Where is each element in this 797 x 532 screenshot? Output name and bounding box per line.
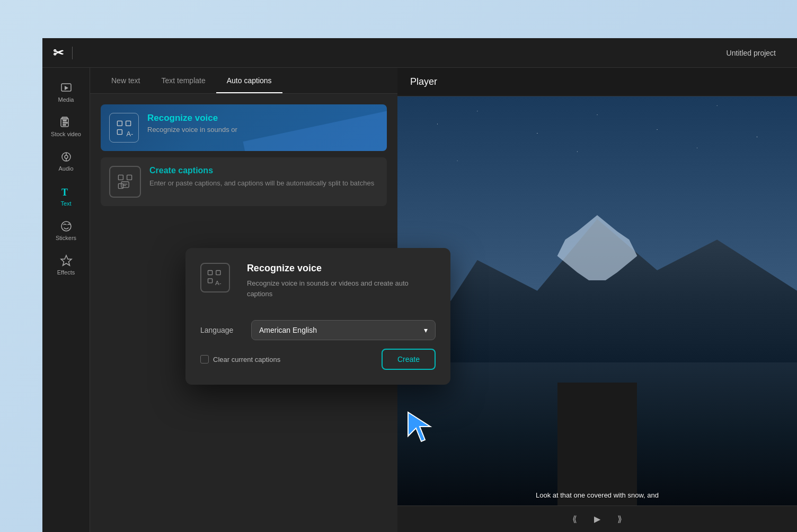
play-button[interactable]: ▶ <box>591 511 604 527</box>
create-captions-title: Create captions <box>149 166 374 175</box>
svg-rect-26 <box>216 271 220 275</box>
dialog-icon: A- <box>200 263 230 292</box>
app-logo: ✂ <box>53 46 64 60</box>
player-title: Player <box>397 68 797 96</box>
language-label: Language <box>200 326 243 334</box>
create-captions-icon <box>109 166 141 198</box>
svg-text:A-: A- <box>127 130 134 137</box>
svg-rect-24 <box>208 271 212 275</box>
video-scene: Look at that one covered with snow, and <box>397 96 797 506</box>
tab-new-text[interactable]: New text <box>101 68 150 93</box>
sidebar-item-text[interactable]: T Text <box>45 180 87 212</box>
recognize-voice-title-bg: Recognize voice <box>147 113 237 123</box>
content-area: Media Stock video <box>42 68 797 532</box>
sidebar-text-label: Text <box>60 200 71 207</box>
sidebar-audio-label: Audio <box>58 165 73 172</box>
language-row: Language American English ▾ <box>200 320 436 340</box>
create-captions-desc: Enter or paste captions, and captions wi… <box>149 179 374 188</box>
recognize-voice-card-bg[interactable]: A- Recognize voice Recognize voice in so… <box>101 104 387 151</box>
player-area: Player Look at that one covered with sno… <box>397 68 797 532</box>
svg-marker-1 <box>65 86 68 90</box>
svg-marker-13 <box>61 255 72 265</box>
recognize-voice-dialog: A- Recognize voice Recognize voice in so… <box>185 248 450 385</box>
dialog-description: Recognize voice in sounds or videos and … <box>247 278 436 299</box>
subtitle-text: Look at that one covered with snow, and <box>397 489 797 501</box>
create-button[interactable]: Create <box>382 349 436 370</box>
sidebar-stickers-label: Stickers <box>56 235 76 242</box>
rewind-button[interactable]: ⟪ <box>569 511 580 527</box>
svg-rect-16 <box>126 121 131 126</box>
panel-tabs: New text Text template Auto captions <box>90 68 397 94</box>
sidebar-item-media[interactable]: Media <box>45 76 87 109</box>
clear-captions-label: Clear current captions <box>213 356 280 363</box>
fast-forward-button[interactable]: ⟫ <box>614 511 625 527</box>
project-title: Untitled project <box>727 49 786 57</box>
svg-rect-5 <box>63 122 67 123</box>
svg-rect-14 <box>117 121 122 126</box>
sidebar-stock-label: Stock video <box>51 131 81 138</box>
clear-captions-row[interactable]: Clear current captions <box>200 355 373 363</box>
top-bar-divider <box>72 47 73 59</box>
svg-point-8 <box>65 155 68 158</box>
svg-rect-18 <box>118 175 123 180</box>
dialog-footer: Clear current captions Create <box>200 349 436 370</box>
top-bar: ✂ Untitled project <box>42 38 797 68</box>
svg-rect-6 <box>63 125 66 126</box>
left-sidebar: Media Stock video <box>42 68 90 532</box>
language-value: American English <box>259 326 317 334</box>
svg-rect-20 <box>127 175 132 180</box>
dialog-title: Recognize voice <box>247 263 436 274</box>
svg-text:T: T <box>61 187 68 198</box>
road <box>557 383 637 506</box>
sidebar-effects-label: Effects <box>57 269 75 276</box>
svg-rect-4 <box>63 120 66 121</box>
app-window: ✂ Untitled project Media <box>42 38 797 532</box>
sidebar-item-audio[interactable]: Audio <box>45 145 87 178</box>
clear-captions-checkbox[interactable] <box>200 355 209 363</box>
sidebar-item-stock-video[interactable]: Stock video <box>45 111 87 143</box>
dropdown-arrow-icon: ▾ <box>424 326 428 334</box>
tab-text-template[interactable]: Text template <box>150 68 216 93</box>
recognize-voice-desc-bg: Recognize voice in sounds or <box>147 126 237 134</box>
player-video: Look at that one covered with snow, and <box>397 96 797 506</box>
recognize-voice-icon-bg: A- <box>109 113 139 143</box>
svg-rect-25 <box>208 279 212 283</box>
svg-rect-21 <box>121 182 129 188</box>
svg-text:A-: A- <box>215 279 222 286</box>
language-dropdown[interactable]: American English ▾ <box>251 320 436 340</box>
sidebar-item-stickers[interactable]: Stickers <box>45 215 87 247</box>
panel-area: New text Text template Auto captions A- <box>90 68 397 532</box>
sidebar-item-effects[interactable]: Effects <box>45 249 87 281</box>
svg-point-12 <box>61 221 71 231</box>
svg-rect-15 <box>117 130 122 135</box>
sidebar-media-label: Media <box>58 96 74 103</box>
tab-auto-captions[interactable]: Auto captions <box>216 68 282 93</box>
create-captions-card[interactable]: Create captions Enter or paste captions,… <box>101 157 387 206</box>
player-controls: ⟪ ▶ ⟫ <box>397 506 797 532</box>
